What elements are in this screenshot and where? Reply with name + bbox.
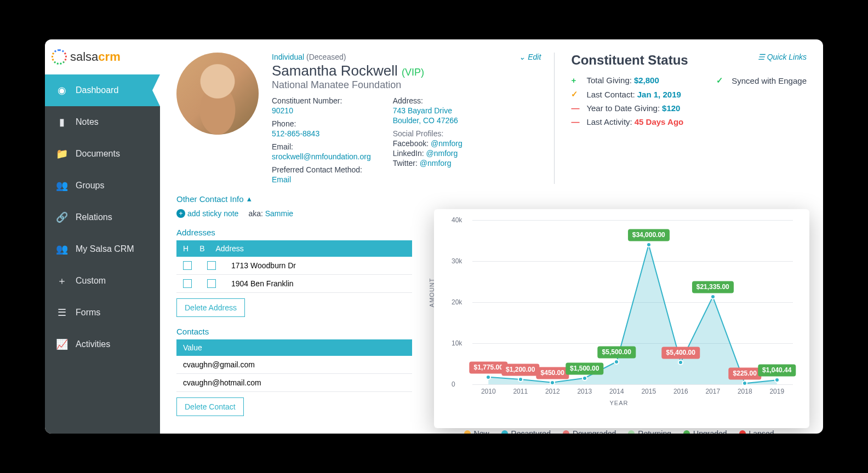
y-tick: 20k — [452, 298, 462, 306]
x-tick: 2016 — [673, 388, 688, 395]
profile-info: Individual (Deceased) ⌄ Edit Samantha Ro… — [272, 53, 541, 184]
sidebar-item-activities[interactable]: 📈Activities — [45, 328, 160, 360]
sidebar-item-notes[interactable]: ▮Notes — [45, 106, 160, 138]
checkbox[interactable] — [183, 279, 192, 288]
checkbox[interactable] — [207, 261, 216, 270]
facebook-link[interactable]: @nmforg — [431, 139, 462, 148]
address-line-1[interactable]: 743 Bayard Drive — [393, 106, 462, 115]
sidebar-item-my-salsa-crm[interactable]: 👥My Salsa CRM — [45, 233, 160, 265]
chart-label: $225.00 — [729, 368, 761, 380]
legend-dot — [739, 430, 746, 434]
x-axis: 2010201120122013201420152016201720182019 — [472, 388, 793, 395]
logo: salsacrm — [45, 39, 160, 74]
chart-label: $5,400.00 — [662, 347, 700, 359]
plus-icon: + — [571, 76, 582, 85]
sidebar-item-dashboard[interactable]: ◉Dashboard — [45, 74, 160, 106]
chart-point[interactable] — [678, 360, 683, 365]
x-tick: 2019 — [769, 388, 784, 395]
link-icon: 🔗 — [56, 211, 68, 223]
chart-label: $5,500.00 — [598, 346, 636, 358]
sidebar-item-forms[interactable]: ☰Forms — [45, 297, 160, 328]
x-tick: 2013 — [577, 388, 592, 395]
chart-point[interactable] — [550, 380, 555, 385]
contacts-header: Value — [176, 339, 412, 356]
y-tick: 30k — [452, 257, 462, 265]
chart-label: $450.00 — [536, 367, 569, 379]
x-axis-label: YEAR — [445, 400, 793, 406]
group-icon: 👥 — [56, 180, 68, 192]
aka-value[interactable]: Sammie — [265, 209, 293, 218]
addresses-table: H B Address 1713 Woodburn Dr1904 Ben Fra… — [176, 240, 412, 293]
x-tick: 2012 — [545, 388, 560, 395]
chart-point[interactable] — [774, 377, 780, 383]
constituent-type: Individual — [272, 53, 304, 61]
sidebar: salsacrm ◉Dashboard▮Notes📁Documents👥Grou… — [45, 39, 160, 434]
legend-item[interactable]: Returning — [628, 429, 671, 434]
constituent-name: Samantha Rockwell (VIP) — [272, 62, 541, 79]
pref-contact[interactable]: Email — [272, 175, 371, 184]
addresses-header: H B Address — [176, 240, 412, 257]
chevron-up-icon: ▴ — [247, 194, 252, 204]
legend-item[interactable]: Lapsed — [739, 429, 774, 434]
sidebar-item-groups[interactable]: 👥Groups — [45, 170, 160, 201]
chart-point[interactable] — [614, 359, 619, 365]
chart-point[interactable] — [486, 374, 491, 380]
x-tick: 2011 — [513, 388, 528, 395]
legend-dot — [501, 430, 508, 434]
checkbox[interactable] — [183, 261, 192, 270]
sidebar-item-custom[interactable]: ＋Custom — [45, 265, 160, 297]
notes-icon: ▮ — [56, 116, 68, 128]
x-tick: 2017 — [705, 388, 720, 395]
y-tick: 0 — [452, 380, 455, 388]
legend-dot — [628, 430, 635, 434]
chart-label: $1,500.00 — [566, 362, 603, 374]
dashboard-icon: ◉ — [56, 84, 68, 96]
address-line-2[interactable]: Boulder, CO 47266 — [393, 116, 462, 125]
y-axis-label: AMOUNT — [429, 278, 435, 307]
delete-address-button[interactable]: Delete Address — [176, 298, 245, 317]
chart-area: 010k20k30k40k$1,775.00$1,200.00$450.00$1… — [472, 220, 793, 384]
address-cell: 1713 Woodburn Dr — [231, 261, 296, 270]
profile-header: Individual (Deceased) ⌄ Edit Samantha Ro… — [176, 53, 807, 184]
constituent-number[interactable]: 90210 — [272, 106, 371, 115]
plus-icon: ＋ — [56, 275, 68, 287]
sidebar-item-relations[interactable]: 🔗Relations — [45, 201, 160, 233]
sidebar-item-documents[interactable]: 📁Documents — [45, 138, 160, 170]
table-row: 1904 Ben Franklin — [176, 275, 412, 293]
menu-icon: ☰ — [758, 53, 765, 61]
contact-cell: cvaughn@gmail.com — [183, 360, 255, 369]
synced-status: ✓Synced with Engage — [716, 76, 807, 85]
edit-button[interactable]: ⌄ Edit — [519, 53, 541, 61]
type-row: Individual (Deceased) ⌄ Edit — [272, 53, 541, 61]
legend-item[interactable]: Downgraded — [563, 429, 616, 434]
chart-point[interactable] — [582, 376, 587, 381]
group-icon: 👥 — [56, 243, 68, 255]
check-icon: ✓ — [716, 76, 727, 85]
chart-label: $1,040.44 — [758, 365, 796, 377]
legend-item[interactable]: Recaptured — [501, 429, 551, 434]
deceased-status: (Deceased) — [306, 53, 346, 61]
legend-item[interactable]: New — [464, 429, 489, 434]
linkedin-link[interactable]: @nmforg — [426, 149, 458, 158]
quick-links-button[interactable]: ☰ Quick Links — [758, 53, 807, 61]
table-row: 1713 Woodburn Dr — [176, 257, 412, 275]
other-contact-toggle[interactable]: Other Contact Info▴ — [176, 194, 807, 204]
avatar — [176, 53, 259, 135]
chevron-down-icon: ⌄ — [519, 53, 526, 61]
address-cell: 1904 Ben Franklin — [231, 279, 294, 288]
legend-dot — [464, 430, 471, 434]
chart-point[interactable] — [710, 294, 716, 299]
legend-item[interactable]: Upgraded — [683, 429, 727, 434]
chart-point[interactable] — [646, 242, 652, 247]
email-link[interactable]: srockwell@nmfoundation.org — [272, 152, 371, 161]
delete-contact-button[interactable]: Delete Contact — [176, 397, 244, 416]
checkbox[interactable] — [207, 279, 216, 288]
add-sticky-button[interactable]: + add sticky note — [176, 209, 238, 218]
phone-link[interactable]: 512-865-8843 — [272, 129, 371, 138]
ytd-giving: —Year to Date Giving:$120 — [571, 103, 683, 113]
twitter-link[interactable]: @nmforg — [420, 159, 452, 168]
chart-legend: NewRecapturedDowngradedReturningUpgraded… — [445, 429, 793, 434]
chart-point[interactable] — [518, 377, 523, 382]
chart-point[interactable] — [742, 380, 747, 386]
chart-label: $21,335.00 — [692, 281, 734, 293]
